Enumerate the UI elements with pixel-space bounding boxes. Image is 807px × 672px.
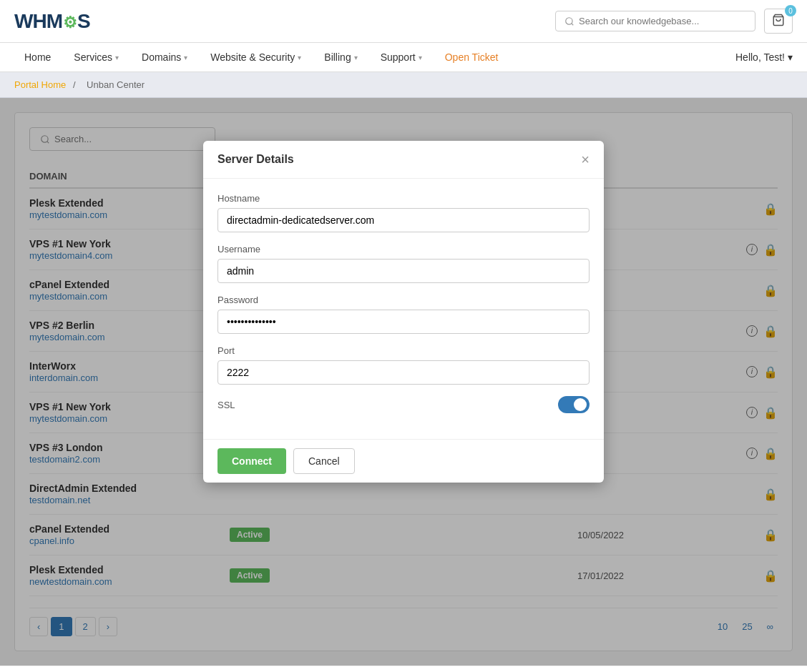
breadcrumb-current: Unban Center	[87, 79, 145, 90]
footer: Powered by WHMCompleteSolution	[0, 666, 807, 672]
breadcrumb-portal-home[interactable]: Portal Home	[14, 79, 66, 90]
user-menu[interactable]: Hello, Test! ▾	[735, 51, 793, 63]
knowledgebase-search-box[interactable]	[555, 11, 755, 31]
cart-icon	[772, 14, 785, 26]
port-label: Port	[217, 345, 590, 356]
nav-home[interactable]: Home	[14, 43, 61, 71]
hostname-label: Hostname	[217, 193, 590, 204]
header-right: 0	[555, 9, 793, 34]
nav-left: Home Services ▾ Domains ▾ Website & Secu…	[14, 43, 508, 71]
header: WHM⚙S 0	[0, 0, 807, 43]
modal-header: Server Details ×	[203, 141, 604, 179]
user-greeting: Hello, Test!	[735, 51, 785, 63]
password-input[interactable]	[217, 310, 590, 334]
nav-website-security[interactable]: Website & Security ▾	[200, 43, 311, 71]
cancel-button[interactable]: Cancel	[293, 448, 355, 474]
knowledgebase-search-input[interactable]	[579, 16, 746, 26]
nav-services[interactable]: Services ▾	[64, 43, 129, 71]
modal-body: Hostname Username Password Port SSL	[203, 179, 604, 439]
password-field-group: Password	[217, 295, 590, 334]
ssl-label: SSL	[217, 400, 235, 410]
username-field-group: Username	[217, 244, 590, 283]
chevron-down-icon: ▾	[354, 54, 358, 61]
cart-badge: 0	[785, 5, 796, 16]
port-field-group: Port	[217, 345, 590, 385]
breadcrumb-separator: /	[73, 79, 78, 90]
svg-point-0	[566, 17, 572, 24]
main-content: DOMAIN Plesk Extendedmytestdomain.com 🔒 …	[0, 98, 807, 666]
cart-button[interactable]: 0	[764, 9, 793, 34]
hostname-input[interactable]	[217, 208, 590, 232]
search-icon	[564, 16, 574, 26]
toggle-slider	[558, 396, 590, 413]
modal-overlay[interactable]: Server Details × Hostname Username Passw…	[0, 98, 807, 666]
breadcrumb: Portal Home / Unban Center	[0, 72, 807, 98]
chevron-down-icon: ▾	[419, 54, 422, 61]
logo: WHM⚙S	[14, 10, 90, 33]
chevron-down-icon: ▾	[298, 54, 301, 61]
nav-open-ticket[interactable]: Open Ticket	[435, 43, 509, 71]
port-input[interactable]	[217, 360, 590, 385]
username-input[interactable]	[217, 259, 590, 283]
modal-footer: Connect Cancel	[203, 439, 604, 483]
nav-support[interactable]: Support ▾	[371, 43, 432, 71]
svg-line-1	[572, 23, 574, 25]
chevron-down-icon: ▾	[788, 51, 793, 63]
navigation: Home Services ▾ Domains ▾ Website & Secu…	[0, 43, 807, 72]
modal-close-button[interactable]: ×	[581, 152, 590, 167]
server-details-modal: Server Details × Hostname Username Passw…	[203, 141, 604, 483]
nav-billing[interactable]: Billing ▾	[314, 43, 367, 71]
ssl-row: SSL	[217, 396, 590, 413]
logo-gear-icon: ⚙	[63, 14, 77, 31]
nav-domains[interactable]: Domains ▾	[132, 43, 197, 71]
chevron-down-icon: ▾	[115, 54, 119, 61]
modal-title: Server Details	[217, 153, 294, 166]
hostname-field-group: Hostname	[217, 193, 590, 232]
password-label: Password	[217, 295, 590, 305]
connect-button[interactable]: Connect	[217, 448, 286, 474]
username-label: Username	[217, 244, 590, 255]
ssl-toggle[interactable]	[558, 396, 590, 413]
chevron-down-icon: ▾	[184, 54, 187, 61]
logo-text: WHM⚙S	[14, 10, 90, 33]
